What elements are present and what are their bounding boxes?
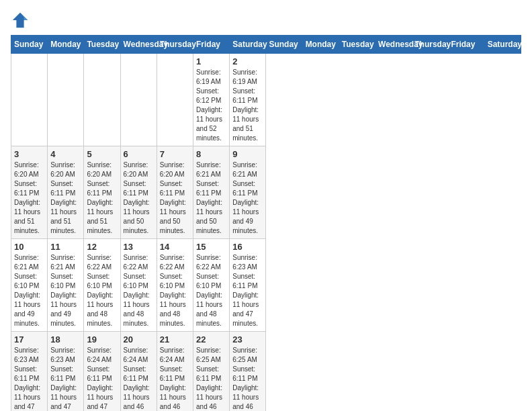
day-number: 6 (124, 149, 154, 159)
day-number: 16 (232, 242, 263, 252)
calendar-cell: 20Sunrise: 6:24 AM Sunset: 6:11 PM Dayli… (120, 332, 157, 412)
calendar-cell: 17Sunrise: 6:23 AM Sunset: 6:11 PM Dayli… (11, 332, 48, 412)
header-saturday: Saturday (484, 36, 521, 54)
calendar-cell: 11Sunrise: 6:21 AM Sunset: 6:10 PM Dayli… (48, 239, 84, 332)
day-info: Sunrise: 6:19 AM Sunset: 6:11 PM Dayligh… (232, 68, 263, 143)
calendar-week-2: 3Sunrise: 6:20 AM Sunset: 6:11 PM Daylig… (11, 146, 521, 239)
day-number: 19 (87, 334, 117, 345)
calendar-cell: 7Sunrise: 6:20 AM Sunset: 6:11 PM Daylig… (157, 146, 193, 239)
calendar-cell (120, 54, 157, 146)
calendar-cell: 16Sunrise: 6:23 AM Sunset: 6:11 PM Dayli… (230, 239, 266, 332)
day-number: 21 (160, 334, 190, 345)
header-sunday: Sunday (266, 36, 302, 54)
calendar-cell: 10Sunrise: 6:21 AM Sunset: 6:10 PM Dayli… (11, 239, 48, 332)
day-number: 7 (160, 149, 190, 159)
day-number: 20 (124, 334, 154, 345)
calendar-cell: 23Sunrise: 6:25 AM Sunset: 6:11 PM Dayli… (230, 332, 266, 412)
day-info: Sunrise: 6:20 AM Sunset: 6:11 PM Dayligh… (124, 161, 154, 236)
header-monday: Monday (48, 36, 84, 54)
calendar-cell: 15Sunrise: 6:22 AM Sunset: 6:10 PM Dayli… (193, 239, 230, 332)
calendar-cell: 5Sunrise: 6:20 AM Sunset: 6:11 PM Daylig… (84, 146, 120, 239)
day-info: Sunrise: 6:25 AM Sunset: 6:11 PM Dayligh… (232, 346, 263, 411)
calendar-cell: 13Sunrise: 6:22 AM Sunset: 6:10 PM Dayli… (120, 239, 157, 332)
day-info: Sunrise: 6:24 AM Sunset: 6:11 PM Dayligh… (124, 346, 154, 411)
calendar-cell: 1Sunrise: 6:19 AM Sunset: 6:12 PM Daylig… (193, 54, 230, 146)
day-info: Sunrise: 6:20 AM Sunset: 6:11 PM Dayligh… (160, 161, 190, 236)
calendar-week-3: 10Sunrise: 6:21 AM Sunset: 6:10 PM Dayli… (11, 239, 521, 332)
calendar-cell: 21Sunrise: 6:24 AM Sunset: 6:11 PM Dayli… (157, 332, 193, 412)
day-info: Sunrise: 6:23 AM Sunset: 6:11 PM Dayligh… (14, 346, 44, 411)
day-number: 14 (160, 242, 190, 252)
day-info: Sunrise: 6:23 AM Sunset: 6:11 PM Dayligh… (232, 253, 263, 328)
day-number: 4 (50, 149, 81, 159)
day-info: Sunrise: 6:21 AM Sunset: 6:10 PM Dayligh… (14, 253, 44, 328)
day-info: Sunrise: 6:24 AM Sunset: 6:11 PM Dayligh… (160, 346, 190, 411)
day-info: Sunrise: 6:22 AM Sunset: 6:10 PM Dayligh… (87, 253, 117, 328)
header-monday: Monday (302, 36, 339, 54)
header-sunday: Sunday (11, 36, 48, 54)
header-tuesday: Tuesday (339, 36, 375, 54)
header-wednesday: Wednesday (120, 36, 157, 54)
calendar-table: SundayMondayTuesdayWednesdayThursdayFrid… (11, 35, 521, 411)
day-number: 3 (14, 149, 44, 159)
header-tuesday: Tuesday (84, 36, 120, 54)
day-info: Sunrise: 6:25 AM Sunset: 6:11 PM Dayligh… (196, 346, 226, 411)
day-info: Sunrise: 6:20 AM Sunset: 6:11 PM Dayligh… (87, 161, 117, 236)
logo-icon (11, 11, 30, 30)
day-info: Sunrise: 6:21 AM Sunset: 6:10 PM Dayligh… (50, 253, 81, 328)
day-info: Sunrise: 6:24 AM Sunset: 6:11 PM Dayligh… (87, 346, 117, 411)
day-number: 5 (87, 149, 117, 159)
calendar-week-4: 17Sunrise: 6:23 AM Sunset: 6:11 PM Dayli… (11, 332, 521, 412)
day-number: 9 (232, 149, 263, 159)
day-info: Sunrise: 6:19 AM Sunset: 6:12 PM Dayligh… (196, 68, 226, 143)
calendar-cell: 9Sunrise: 6:21 AM Sunset: 6:11 PM Daylig… (230, 146, 266, 239)
day-number: 18 (50, 334, 81, 345)
day-number: 23 (232, 334, 263, 345)
calendar-cell (11, 54, 48, 146)
calendar-cell (48, 54, 84, 146)
day-number: 15 (196, 242, 226, 252)
calendar-cell: 14Sunrise: 6:22 AM Sunset: 6:10 PM Dayli… (157, 239, 193, 332)
day-number: 8 (196, 149, 226, 159)
calendar-week-1: 1Sunrise: 6:19 AM Sunset: 6:12 PM Daylig… (11, 54, 521, 146)
day-info: Sunrise: 6:23 AM Sunset: 6:11 PM Dayligh… (50, 346, 81, 411)
header-saturday: Saturday (230, 36, 266, 54)
day-number: 2 (232, 56, 263, 66)
day-number: 17 (14, 334, 44, 345)
day-info: Sunrise: 6:20 AM Sunset: 6:11 PM Dayligh… (14, 161, 44, 236)
day-number: 22 (196, 334, 226, 345)
header-wednesday: Wednesday (375, 36, 412, 54)
calendar-cell: 8Sunrise: 6:21 AM Sunset: 6:11 PM Daylig… (193, 146, 230, 239)
header-thursday: Thursday (412, 36, 448, 54)
calendar-cell: 18Sunrise: 6:23 AM Sunset: 6:11 PM Dayli… (48, 332, 84, 412)
day-info: Sunrise: 6:21 AM Sunset: 6:11 PM Dayligh… (196, 161, 226, 236)
day-number: 12 (87, 242, 117, 252)
header-friday: Friday (448, 36, 484, 54)
day-info: Sunrise: 6:20 AM Sunset: 6:11 PM Dayligh… (50, 161, 81, 236)
calendar-cell: 22Sunrise: 6:25 AM Sunset: 6:11 PM Dayli… (193, 332, 230, 412)
header-thursday: Thursday (157, 36, 193, 54)
logo (11, 11, 32, 30)
header-friday: Friday (193, 36, 230, 54)
day-info: Sunrise: 6:22 AM Sunset: 6:10 PM Dayligh… (160, 253, 190, 328)
calendar-cell (157, 54, 193, 146)
day-number: 1 (196, 56, 226, 66)
day-info: Sunrise: 6:21 AM Sunset: 6:11 PM Dayligh… (232, 161, 263, 236)
day-number: 13 (124, 242, 154, 252)
calendar-cell: 6Sunrise: 6:20 AM Sunset: 6:11 PM Daylig… (120, 146, 157, 239)
calendar-cell: 4Sunrise: 6:20 AM Sunset: 6:11 PM Daylig… (48, 146, 84, 239)
calendar-header-row: SundayMondayTuesdayWednesdayThursdayFrid… (11, 36, 521, 54)
calendar-cell (84, 54, 120, 146)
calendar-cell: 2Sunrise: 6:19 AM Sunset: 6:11 PM Daylig… (230, 54, 266, 146)
calendar-cell: 12Sunrise: 6:22 AM Sunset: 6:10 PM Dayli… (84, 239, 120, 332)
day-number: 11 (50, 242, 81, 252)
calendar-cell: 3Sunrise: 6:20 AM Sunset: 6:11 PM Daylig… (11, 146, 48, 239)
day-info: Sunrise: 6:22 AM Sunset: 6:10 PM Dayligh… (124, 253, 154, 328)
day-info: Sunrise: 6:22 AM Sunset: 6:10 PM Dayligh… (196, 253, 226, 328)
page-header (11, 11, 521, 30)
calendar-cell: 19Sunrise: 6:24 AM Sunset: 6:11 PM Dayli… (84, 332, 120, 412)
day-number: 10 (14, 242, 44, 252)
